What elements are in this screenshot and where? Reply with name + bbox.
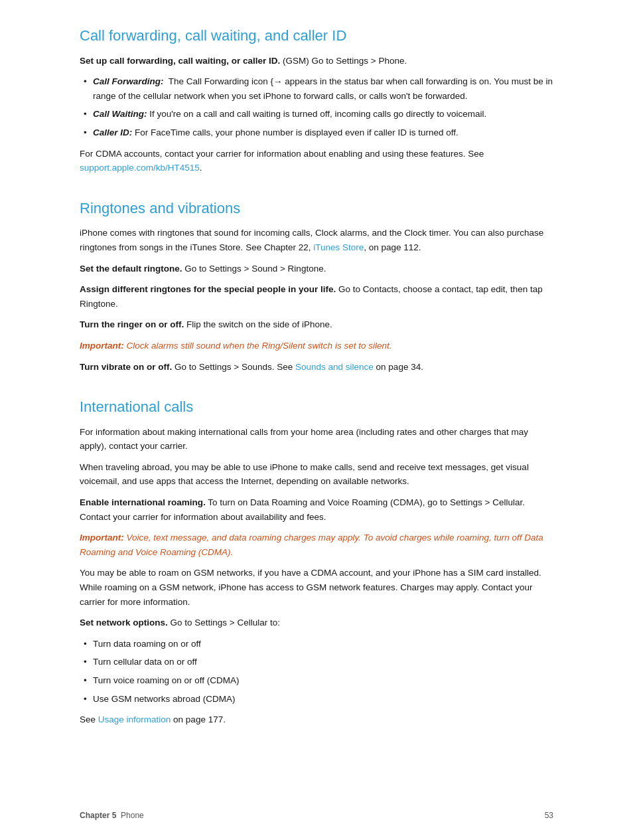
call-forwarding-section: Call forwarding, call waiting, and calle… <box>80 27 553 175</box>
usage-information-link[interactable]: Usage information <box>98 714 171 724</box>
vibrate-end: on page 34. <box>374 362 423 372</box>
cdma-text-before: For CDMA accounts, contact your carrier … <box>80 149 484 159</box>
bullet-call-forwarding: Call Forwarding: The Call Forwarding ico… <box>80 74 553 103</box>
set-network-rest: Go to Settings > Cellular to: <box>168 618 280 628</box>
international-calls-section: International calls For information abou… <box>80 398 553 727</box>
international-calls-title: International calls <box>80 398 553 417</box>
network-bullet-4: Use GSM networks abroad (CDMA) <box>80 692 553 707</box>
call-forwarding-bullets: Call Forwarding: The Call Forwarding ico… <box>80 74 553 139</box>
itunes-store-link[interactable]: iTunes Store <box>313 242 364 252</box>
ringtones-section: Ringtones and vibrations iPhone comes wi… <box>80 199 553 374</box>
support-apple-link[interactable]: support.apple.com/kb/HT4515 <box>80 163 200 173</box>
turn-ringer: Turn the ringer on or off. Flip the swit… <box>80 317 553 332</box>
international-para2: When traveling abroad, you may be able t… <box>80 460 553 489</box>
call-forwarding-title: Call forwarding, call waiting, and calle… <box>80 27 553 46</box>
important-text-ringtones: Clock alarms still sound when the Ring/S… <box>124 341 392 351</box>
ringtones-title: Ringtones and vibrations <box>80 199 553 218</box>
bullet-call-forwarding-label: Call Forwarding: <box>93 76 164 86</box>
bullet-caller-id-label: Caller ID: <box>93 127 132 137</box>
call-forwarding-intro-bold: Set up call forwarding, call waiting, or… <box>80 56 280 66</box>
set-default-ringtone: Set the default ringtone. Go to Settings… <box>80 262 553 276</box>
ringer-rest: Flip the switch on the side of iPhone. <box>184 319 332 329</box>
see-end: on page 177. <box>171 714 226 724</box>
turn-vibrate: Turn vibrate on or off. Go to Settings >… <box>80 360 553 375</box>
sounds-silence-link[interactable]: Sounds and silence <box>295 362 374 372</box>
page-number: 53 <box>545 811 553 820</box>
bullet-caller-id: Caller ID: For FaceTime calls, your phon… <box>80 126 553 140</box>
assign-ringtones: Assign different ringtones for the speci… <box>80 282 553 311</box>
ringtones-intro-text: iPhone comes with ringtones that sound f… <box>80 228 543 252</box>
ringtones-important: Important: Clock alarms still sound when… <box>80 339 553 353</box>
cdma-text: For CDMA accounts, contact your carrier … <box>80 147 553 175</box>
call-forwarding-intro-rest: (GSM) Go to Settings > Phone. <box>280 56 407 66</box>
network-options-list: Turn data roaming on or off Turn cellula… <box>80 637 553 706</box>
international-para3: You may be able to roam on GSM networks,… <box>80 566 553 609</box>
network-bullet-2: Turn cellular data on or off <box>80 655 553 669</box>
page-footer: Chapter 5 Phone 53 <box>0 811 633 820</box>
cdma-text-end: . <box>200 163 202 173</box>
chapter-name: Phone <box>121 811 144 820</box>
set-network-bold: Set network options. <box>80 618 168 628</box>
network-bullet-1: Turn data roaming on or off <box>80 637 553 651</box>
set-default-bold: Set the default ringtone. <box>80 264 182 274</box>
international-important: Important: Voice, text message, and data… <box>80 531 553 559</box>
assign-bold: Assign different ringtones for the speci… <box>80 284 336 294</box>
enable-roaming-bold: Enable international roaming. <box>80 497 206 507</box>
ringer-bold: Turn the ringer on or off. <box>80 319 184 329</box>
set-default-rest: Go to Settings > Sound > Ringtone. <box>182 264 326 274</box>
bullet-call-waiting: Call Waiting: If you're on a call and ca… <box>80 107 553 122</box>
set-network-options: Set network options. Go to Settings > Ce… <box>80 616 553 630</box>
important-label-international: Important: <box>80 533 124 543</box>
see-usage: See Usage information on page 177. <box>80 713 553 727</box>
chapter-label: Chapter 5 <box>80 811 116 820</box>
vibrate-rest: Go to Settings > Sounds. See <box>172 362 295 372</box>
ringtones-intro: iPhone comes with ringtones that sound f… <box>80 226 553 254</box>
network-bullet-3: Turn voice roaming on or off (CDMA) <box>80 673 553 688</box>
vibrate-bold: Turn vibrate on or off. <box>80 362 172 372</box>
see-text: See <box>80 714 98 724</box>
bullet-call-waiting-label: Call Waiting: <box>93 109 147 119</box>
ringtones-intro-end: , on page 112. <box>364 242 421 252</box>
important-label-ringtones: Important: <box>80 341 124 351</box>
call-forwarding-intro: Set up call forwarding, call waiting, or… <box>80 54 553 68</box>
enable-roaming: Enable international roaming. To turn on… <box>80 495 553 524</box>
international-para1: For information about making internation… <box>80 425 553 454</box>
page-content: Call forwarding, call waiting, and calle… <box>0 0 633 804</box>
important-text-international: Voice, text message, and data roaming ch… <box>80 533 543 557</box>
chapter-info: Chapter 5 Phone <box>80 811 144 820</box>
